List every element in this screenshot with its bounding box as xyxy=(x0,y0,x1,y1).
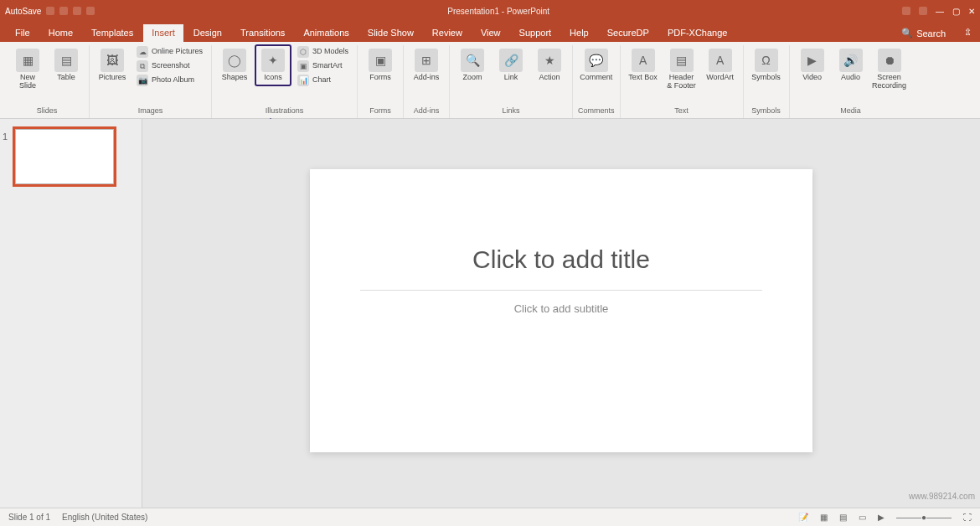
tab-securedp[interactable]: SecureDP xyxy=(599,24,658,42)
addins-button[interactable]: ⊞Add-ins xyxy=(409,45,444,85)
smartart-button[interactable]: ▣SmartArt xyxy=(294,59,352,73)
screen-recording-icon: ⏺ xyxy=(878,49,901,72)
zoom-label: Zoom xyxy=(463,74,482,82)
undo-icon[interactable] xyxy=(73,7,81,15)
new-slide-label: New Slide xyxy=(12,74,44,90)
slideshow-view-icon[interactable]: ▶ xyxy=(878,513,885,522)
minimize-icon[interactable]: — xyxy=(936,7,944,16)
fit-button[interactable]: ⛶ xyxy=(963,513,972,522)
tab-pdfx[interactable]: PDF-XChange xyxy=(659,24,736,42)
audio-label: Audio xyxy=(841,74,860,82)
sorter-view-icon[interactable]: ▤ xyxy=(839,513,847,522)
video-button[interactable]: ▶Video xyxy=(795,45,830,85)
symbols-label: Symbols xyxy=(751,74,781,82)
group-comments-label: Comments xyxy=(578,105,615,118)
maximize-icon[interactable]: ▢ xyxy=(952,7,960,16)
link-button[interactable]: 🔗Link xyxy=(493,45,529,85)
chart-button[interactable]: 📊Chart xyxy=(294,74,352,87)
group-slides: ▦New Slide ▤Table Slides xyxy=(5,45,90,118)
title-placeholder[interactable]: Click to add title xyxy=(360,236,762,283)
watermark: www.989214.com xyxy=(909,492,975,501)
tab-insert[interactable]: Insert xyxy=(143,24,183,42)
autosave-label: AutoSave xyxy=(5,7,41,16)
3d-models-icon: ⬡ xyxy=(297,46,309,58)
tab-slideshow[interactable]: Slide Show xyxy=(359,24,422,42)
screen-recording-button[interactable]: ⏺Screen Recording xyxy=(872,45,907,94)
photo-album-button[interactable]: 📷Photo Album xyxy=(133,74,206,87)
group-illustrations: ◯Shapes ✦Icons ⬡3D Models ▣SmartArt 📊Cha… xyxy=(212,45,358,118)
shapes-icon: ◯ xyxy=(223,49,246,72)
header-footer-label: Header & Footer xyxy=(666,74,698,90)
share-icon[interactable]: ⇫ xyxy=(956,23,980,42)
tab-design[interactable]: Design xyxy=(185,24,230,42)
notes-button[interactable]: 📝 xyxy=(798,513,808,522)
group-media-label: Media xyxy=(840,105,861,118)
header-footer-icon: ▤ xyxy=(670,49,694,72)
subtitle-placeholder[interactable]: Click to add subtitle xyxy=(360,302,762,315)
symbols-button[interactable]: ΩSymbols xyxy=(749,45,784,85)
slide-thumbnail-1[interactable]: 1 xyxy=(15,129,114,184)
slide[interactable]: Click to add title Click to add subtitle xyxy=(310,169,812,452)
action-button[interactable]: ★Action xyxy=(532,45,567,85)
tab-file[interactable]: File xyxy=(7,24,39,42)
zoom-button[interactable]: 🔍Zoom xyxy=(455,45,490,85)
addins-icon: ⊞ xyxy=(415,49,438,72)
forms-button[interactable]: ▣Forms xyxy=(363,45,398,85)
header-footer-button[interactable]: ▤Header & Footer xyxy=(664,45,699,94)
online-pictures-label: Online Pictures xyxy=(152,48,203,56)
wordart-button[interactable]: AWordArt xyxy=(703,45,738,85)
shapes-button[interactable]: ◯Shapes xyxy=(217,45,252,85)
comment-button[interactable]: 💬Comment xyxy=(579,45,614,85)
thumb-number: 1 xyxy=(3,132,8,142)
textbox-button[interactable]: AText Box xyxy=(626,45,661,85)
autosave-toggle-icon[interactable] xyxy=(46,7,54,15)
search-label: Search xyxy=(916,28,946,39)
shapes-label: Shapes xyxy=(222,74,248,82)
ribbon-options-icon[interactable] xyxy=(919,7,927,15)
group-forms: ▣Forms Forms xyxy=(358,45,404,118)
audio-icon: 🔊 xyxy=(839,49,863,72)
online-pictures-button[interactable]: ☁Online Pictures xyxy=(133,45,206,59)
status-slide: Slide 1 of 1 xyxy=(8,513,50,522)
tab-transitions[interactable]: Transitions xyxy=(232,24,293,42)
normal-view-icon[interactable]: ▦ xyxy=(820,513,828,522)
smartart-label: SmartArt xyxy=(312,62,343,70)
group-addins-label: Add-ins xyxy=(414,105,440,118)
search-box[interactable]: 🔍Search xyxy=(893,24,954,42)
group-symbols: ΩSymbols Symbols xyxy=(744,45,790,118)
screenshot-button[interactable]: ⧉Screenshot xyxy=(133,59,206,73)
tab-review[interactable]: Review xyxy=(424,24,471,42)
table-button[interactable]: ▤Table xyxy=(49,45,84,85)
status-bar: Slide 1 of 1 English (United States) 📝 ▦… xyxy=(0,508,980,526)
close-icon[interactable]: ✕ xyxy=(968,7,975,16)
reading-view-icon[interactable]: ▭ xyxy=(859,513,866,522)
wordart-icon: A xyxy=(709,49,732,72)
tab-home[interactable]: Home xyxy=(40,24,81,42)
pictures-label: Pictures xyxy=(99,74,126,82)
zoom-slider[interactable]: ———●——— xyxy=(896,513,952,522)
tab-animations[interactable]: Animations xyxy=(295,24,357,42)
pictures-button[interactable]: 🖼Pictures xyxy=(95,45,130,85)
audio-button[interactable]: 🔊Audio xyxy=(833,45,869,85)
icons-label: Icons xyxy=(264,74,282,82)
icons-button[interactable]: ✦Icons xyxy=(255,45,291,85)
redo-icon[interactable] xyxy=(86,7,95,15)
status-language: English (United States) xyxy=(62,513,147,522)
link-icon: 🔗 xyxy=(499,49,523,72)
action-label: Action xyxy=(539,74,560,82)
new-slide-button[interactable]: ▦New Slide xyxy=(10,45,45,94)
smartart-icon: ▣ xyxy=(297,60,309,72)
save-icon[interactable] xyxy=(59,7,68,15)
group-images: 🖼Pictures ☁Online Pictures ⧉Screenshot 📷… xyxy=(90,45,212,118)
tab-templates[interactable]: Templates xyxy=(83,24,142,42)
photo-album-label: Photo Album xyxy=(152,76,194,85)
comment-icon: 💬 xyxy=(585,49,608,72)
tab-support[interactable]: Support xyxy=(511,24,560,42)
group-text-label: Text xyxy=(674,105,689,118)
3d-models-button[interactable]: ⬡3D Models xyxy=(294,45,352,59)
tab-view[interactable]: View xyxy=(472,24,509,42)
user-avatar-icon[interactable] xyxy=(902,7,910,15)
wordart-label: WordArt xyxy=(706,74,734,82)
table-icon: ▤ xyxy=(54,49,78,72)
tab-help[interactable]: Help xyxy=(561,24,597,42)
